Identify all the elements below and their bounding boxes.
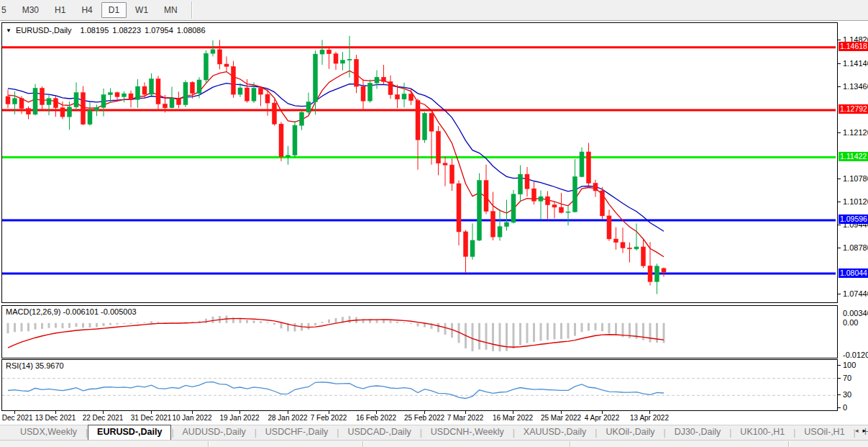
macd-signal-line [8,319,664,348]
rsi-label: RSI(14) 35.9670 [6,361,64,370]
price-tick-label: 1.12120 [843,128,868,137]
candlesticks [6,36,666,294]
price-tick [838,248,841,248]
statusbar-separator [570,441,570,447]
price-tick [838,63,841,64]
candlestick-chart[interactable] [2,23,836,301]
rsi-axis-tick [838,394,841,395]
terminal-window: 5M30H1H4D1W1MN ▼EURUSD-,Daily1.081951.08… [0,0,868,447]
date-label: 22 Dec 2021 [83,414,124,422]
macd-axis-label: -0.012058 [843,351,868,359]
tab-audusd-daily[interactable]: AUDUSD-,Daily [174,425,255,440]
tab-usdcnh-weekly[interactable]: USDCNH-,Weekly [422,425,513,440]
date-label: 13 Apr 2022 [630,414,669,422]
tab-dj30-daily[interactable]: DJ30-,Daily [666,425,730,440]
date-label: 7 Mar 2022 [447,414,484,422]
date-label: 3 Dec 2021 [0,414,33,422]
toolbar-separator [191,1,192,19]
tab-ukoil-daily[interactable]: UKOil-,Daily [597,425,663,440]
date-label: 31 Dec 2021 [131,414,172,422]
rsi-axis-label: 70 [843,374,851,382]
timeframe-button-h4[interactable]: H4 [74,2,99,18]
date-label: 4 Apr 2022 [585,414,619,422]
timeframe-button-w1[interactable]: W1 [128,2,155,18]
date-label: 16 Feb 2022 [356,414,396,422]
tab-usoil-h1[interactable]: USOil-,H1 [795,425,853,440]
tab-scroll-right-icon[interactable]: ▸ [862,427,866,434]
chart-symbol-label: EURUSD-,Daily [16,26,72,35]
timeframe-button-mn[interactable]: MN [157,2,185,18]
date-label: 19 Jan 2022 [219,414,259,422]
rsi-level-lines [2,379,836,396]
price-tick [838,86,841,87]
price-chart-panel[interactable] [1,22,838,303]
price-tick [838,179,841,179]
price-tick-label: 1.10780 [843,174,868,183]
moving-average-lines [8,71,664,256]
tab-eurusd-daily[interactable]: EURUSD-,Daily [88,425,171,440]
symbol-dropdown-icon[interactable]: ▼ [6,27,12,34]
date-label: 13 Dec 2021 [35,414,76,422]
macd-histogram [7,316,665,352]
price-line-badge: 1.12792 [839,104,868,114]
date-label: 25 Mar 2022 [541,414,581,422]
price-tick-label: 1.07440 [843,289,868,298]
price-tick-label: 1.14140 [843,59,868,68]
tab-xauusd-daily[interactable]: XAUUSD-,Daily [515,425,595,440]
timeframe-button-m30[interactable]: M30 [15,2,46,18]
status-bar [0,440,868,447]
price-line-badge: 1.08044 [839,268,868,278]
macd-axis-label: 0.003408 [843,309,868,317]
price-line-badge: 1.11422 [839,152,868,161]
price-tick-label: 1.13460 [843,82,868,91]
timeframe-button-d1[interactable]: D1 [101,2,127,18]
tab-scroll-left-icon[interactable]: ◂ [855,427,859,434]
price-tick [838,294,841,294]
price-tick [838,202,841,202]
rsi-chart[interactable] [2,360,836,409]
tab-scroll-arrows: ◂ ▸ [855,427,866,434]
macd-axis-label: 0.00 [843,318,858,327]
price-tick [838,225,841,225]
price-tick-label: 1.10120 [843,197,868,206]
statusbar-separator [788,441,789,447]
ohlc-low: 1.07954 [145,26,173,35]
statusbar-separator [362,441,363,447]
tab-usdcad-daily[interactable]: USDCAD-,Daily [339,425,419,440]
ohlc-close: 1.08086 [177,26,206,35]
date-label: 10 Jan 2022 [172,414,211,422]
chart-tab-bar: USDX,Weekly|EURUSD-,Daily|AUDUSD-,Daily|… [0,425,868,440]
rsi-panel[interactable] [1,359,838,411]
price-tick [838,132,841,133]
price-tick-label: 1.08780 [843,243,868,252]
statusbar-separator [208,441,209,447]
rsi-line [8,382,664,399]
macd-label: MACD(12,26,9) -0.006101 -0.005003 [6,307,137,316]
rsi-axis-label: 0 [843,403,847,412]
rsi-axis-tick [838,365,841,366]
price-line-badge: 1.14618 [839,42,868,51]
ohlc-open: 1.08195 [81,26,109,35]
price-tick [838,40,841,40]
price-axis[interactable]: 1.148201.141401.134601.121201.107801.101… [838,22,868,411]
date-label: 7 Feb 2022 [311,414,347,422]
timeframe-button-5[interactable]: 5 [0,2,14,18]
ohlc-high: 1.08223 [112,26,141,35]
rsi-axis-label: 100 [843,361,856,369]
date-axis[interactable]: 3 Dec 202113 Dec 202122 Dec 202131 Dec 2… [1,411,838,424]
tab-usdx-weekly[interactable]: USDX,Weekly [12,425,86,440]
horizontal-lines [2,48,836,274]
date-label: 25 Feb 2022 [404,414,444,422]
price-line-badge: 1.09596 [839,215,868,224]
tab-uk100-h1[interactable]: UK100-,H1 [731,425,793,440]
date-label: 16 Mar 2022 [493,414,533,422]
timeframe-button-h1[interactable]: H1 [47,2,73,18]
rsi-axis-tick [838,378,841,379]
rsi-axis-label: 30 [843,390,851,399]
date-label: 28 Jan 2022 [268,414,307,422]
tab-usdchf-daily[interactable]: USDCHF-,Daily [257,425,337,440]
chart-title: ▼EURUSD-,Daily1.081951.082231.079541.080… [6,26,209,35]
timeframe-toolbar: 5M30H1H4D1W1MN [0,0,868,21]
rsi-axis-tick [838,407,841,408]
